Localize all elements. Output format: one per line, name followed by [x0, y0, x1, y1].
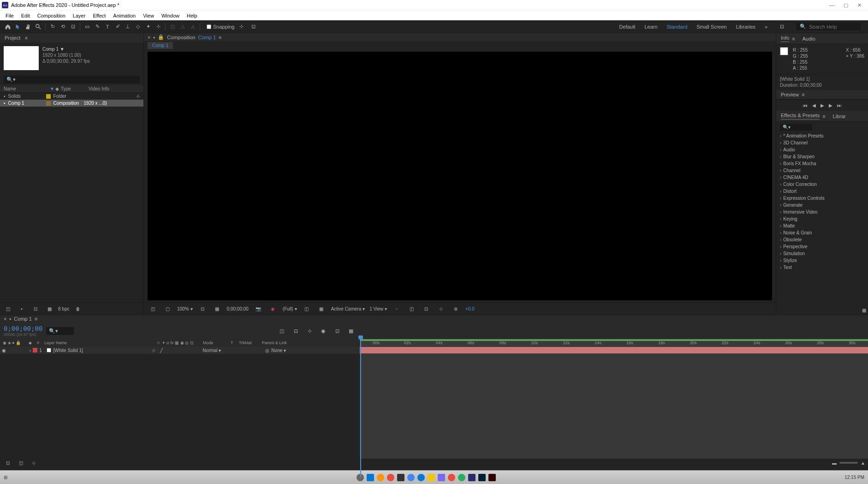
first-frame-icon[interactable]: ⏮	[803, 103, 808, 108]
taskbar-app-icon[interactable]	[407, 474, 415, 481]
play-icon[interactable]: ▶	[820, 103, 824, 108]
menu-edit[interactable]: Edit	[18, 13, 34, 18]
selection-tool-icon[interactable]	[14, 23, 22, 31]
taskbar-app-icon[interactable]	[468, 474, 476, 481]
exposure-value[interactable]: +0.0	[465, 306, 475, 311]
effect-category[interactable]: Boris FX Mocha	[776, 160, 868, 167]
viewer-time[interactable]: 0;00;00;00	[227, 306, 249, 311]
tl-opt2-icon[interactable]: ⊡	[291, 327, 300, 335]
tl-opt4-icon[interactable]: ◉	[319, 327, 327, 335]
playhead[interactable]	[360, 339, 361, 478]
effect-category[interactable]: Simulation	[776, 250, 868, 257]
panel-menu-icon[interactable]: ≡	[792, 36, 795, 42]
views-dropdown[interactable]: 1 View ▾	[369, 306, 387, 311]
timeline-tab-name[interactable]: Comp 1	[14, 316, 32, 322]
pickwhip-icon[interactable]: ◎	[265, 348, 269, 353]
info-tab[interactable]: Info ≡ Audio	[776, 33, 868, 44]
last-frame-icon[interactable]: ⏭	[837, 103, 842, 108]
taskbar-app-icon[interactable]	[428, 474, 435, 481]
prev-frame-icon[interactable]: ◀	[812, 103, 816, 108]
project-tab[interactable]: Project ≡	[0, 33, 143, 42]
effect-category[interactable]: Blur & Sharpen	[776, 153, 868, 160]
effect-category[interactable]: Text	[776, 264, 868, 271]
rotate-tool-icon[interactable]: ⟲	[59, 23, 67, 31]
col-name[interactable]: Name	[4, 86, 50, 91]
effect-category[interactable]: Audio	[776, 146, 868, 153]
puppet-tool-icon[interactable]: ⊹	[154, 23, 162, 31]
menu-effect[interactable]: Effect	[89, 13, 109, 18]
panel-menu-icon[interactable]: ≡	[35, 316, 37, 322]
start-button[interactable]: ⊞	[4, 475, 7, 480]
snap-opt2-icon[interactable]: ⊡	[250, 23, 258, 31]
shape-tool-icon[interactable]: △	[178, 23, 187, 31]
v3-icon[interactable]: ⊡	[422, 305, 430, 313]
type-tool-icon[interactable]: T	[103, 23, 112, 31]
effect-category[interactable]: Distort	[776, 188, 868, 195]
workspace-learn[interactable]: Learn	[644, 24, 657, 30]
camera-dropdown[interactable]: Active Camera ▾	[331, 306, 365, 311]
effect-category[interactable]: Matte	[776, 222, 868, 229]
monitor-icon[interactable]: ▢	[163, 305, 172, 313]
taskbar-app-icon[interactable]	[488, 474, 496, 481]
timeline-time[interactable]: 0;00;00;00	[4, 325, 42, 332]
flowchart-icon[interactable]: ⊹	[136, 94, 140, 99]
mode-dropdown[interactable]: Normal ▾	[202, 348, 230, 353]
layer-bar[interactable]	[360, 347, 868, 353]
libraries-tab[interactable]: Librar	[833, 114, 846, 119]
eraser-tool-icon[interactable]: ◇	[134, 23, 142, 31]
lock-icon[interactable]: 🔒	[158, 34, 164, 40]
effects-search-input[interactable]: 🔍▾	[780, 124, 812, 131]
parent-dropdown[interactable]: None ▾	[271, 348, 286, 353]
bpc-label[interactable]: 8 bpc	[58, 306, 69, 311]
workspace-standard[interactable]: Standard	[667, 24, 688, 30]
panel-menu-icon[interactable]: ≡	[219, 35, 221, 40]
roto-tool-icon[interactable]: ✦	[144, 23, 152, 31]
zoom-tool-icon[interactable]	[34, 23, 42, 31]
channel-icon[interactable]: ◉	[269, 305, 277, 313]
comp-breadcrumb[interactable]: Comp 1	[148, 42, 173, 49]
roi-icon[interactable]: ◫	[303, 305, 311, 313]
snapping-checkbox[interactable]	[207, 24, 211, 29]
zoom-slider[interactable]	[839, 462, 858, 464]
tl-opt5-icon[interactable]: ⊡	[333, 327, 341, 335]
toggle-in-out-icon[interactable]: ⊹	[30, 459, 38, 467]
minimize-button[interactable]: —	[829, 2, 834, 8]
zoom-dropdown[interactable]: 100% ▾	[177, 306, 193, 311]
tl-opt1-icon[interactable]: ◫	[278, 327, 286, 335]
effects-tab[interactable]: Effects & Presets ≡ Librar	[776, 111, 868, 122]
col-video[interactable]: Video Info	[89, 86, 109, 91]
layer-name[interactable]: [White Solid 1]	[53, 348, 150, 353]
effect-category[interactable]: Expression Controls	[776, 195, 868, 202]
effect-category[interactable]: Generate	[776, 202, 868, 209]
panel-menu-icon[interactable]: ≡	[802, 92, 804, 97]
effect-category[interactable]: Perspective	[776, 243, 868, 250]
taskbar-app-icon[interactable]	[448, 474, 455, 481]
system-clock[interactable]: 12:15 PM	[844, 475, 864, 480]
menu-view[interactable]: View	[139, 13, 158, 18]
sort-icon[interactable]: ▼	[50, 86, 55, 91]
effect-category[interactable]: Noise & Grain	[776, 229, 868, 236]
taskbar-app-icon[interactable]	[367, 474, 374, 481]
trash-icon[interactable]: 🗑	[74, 305, 82, 313]
brush-tool-icon[interactable]: ✐	[113, 23, 122, 31]
transparency-icon[interactable]: ▦	[317, 305, 326, 313]
mesh-tool-icon[interactable]: ◬	[189, 23, 197, 31]
interpret-icon[interactable]: ◫	[4, 305, 12, 313]
twirl-icon[interactable]: ›	[30, 348, 31, 353]
snapshot-icon[interactable]: 📷	[254, 305, 262, 313]
project-item-solids[interactable]: ▪ Solids Folder ⊹	[0, 93, 143, 100]
v1-icon[interactable]: ▫	[392, 305, 401, 313]
zoom-out-icon[interactable]: ▬	[832, 460, 837, 466]
zoom-in-icon[interactable]: ▲	[861, 460, 865, 466]
v2-icon[interactable]: ◫	[407, 305, 416, 313]
col-type[interactable]: Type	[61, 86, 89, 91]
taskbar-app-icon[interactable]	[377, 474, 384, 481]
project-search-input[interactable]: 🔍▾	[4, 76, 140, 84]
taskbar-app-icon[interactable]	[417, 474, 425, 481]
taskbar-app-icon[interactable]	[438, 474, 445, 481]
layer-color-swatch[interactable]	[33, 348, 37, 353]
workspace-more-icon[interactable]: »	[765, 24, 767, 30]
taskbar-app-icon[interactable]	[397, 474, 404, 481]
workspace-reset-icon[interactable]: ⊡	[778, 23, 786, 31]
v4-icon[interactable]: ⊹	[437, 305, 445, 313]
